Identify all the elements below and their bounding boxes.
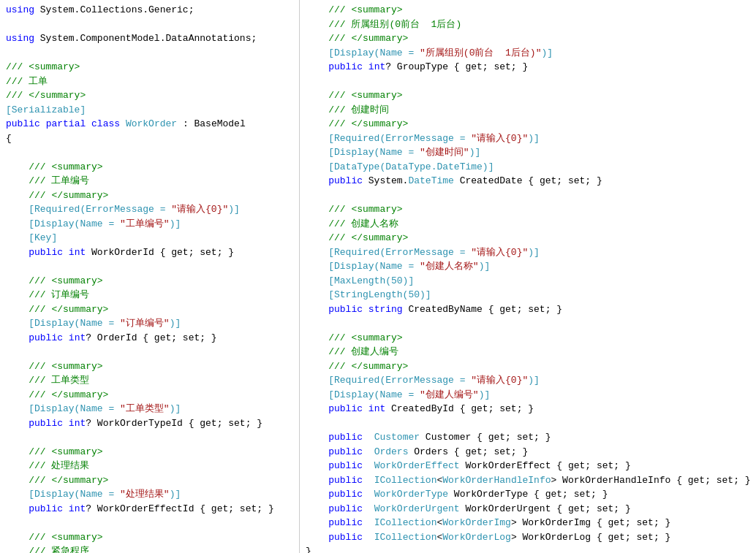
code-line: /// </summary>	[306, 231, 751, 245]
code-line: [Key]	[6, 231, 293, 245]
code-line: public string CreatedByName { get; set; …	[306, 302, 751, 317]
code-line: [Required(ErrorMessage = "请输入{0}")]	[6, 202, 293, 217]
code-line: /// <summary>	[306, 88, 751, 103]
code-line: [Display(Name = "工单类型")]	[6, 402, 293, 416]
code-line: [Display(Name = "创建时间")]	[306, 145, 751, 160]
code-line: [Required(ErrorMessage = "请输入{0}")]	[306, 373, 751, 388]
code-line: [Display(Name = "所属组别(0前台 1后台)")]	[306, 46, 751, 61]
code-line	[6, 430, 293, 445]
code-line: /// <summary>	[6, 160, 293, 175]
code-line: [Serializable]	[6, 103, 293, 118]
code-line: public int CreatedById { get; set; }	[306, 402, 751, 416]
code-line: [StringLength(50)]	[306, 288, 751, 302]
code-line	[306, 316, 751, 331]
code-line: /// 创建时间	[306, 103, 751, 118]
code-line: }	[306, 544, 751, 553]
code-line	[6, 516, 293, 530]
code-line: [Display(Name = "工单编号")]	[6, 217, 293, 232]
code-line: /// <summary>	[6, 60, 293, 75]
code-line	[6, 345, 293, 359]
code-line: using System.ComponentModel.DataAnnotati…	[6, 31, 293, 46]
code-line: /// <summary>	[6, 445, 293, 459]
code-line: /// 创建人编号	[306, 345, 751, 359]
code-column-left: using System.Collections.Generic;using S…	[0, 0, 300, 553]
code-line: /// 所属组别(0前台 1后台)	[306, 18, 751, 32]
code-line: [Display(Name = "订单编号")]	[6, 316, 293, 331]
code-line: public Orders Orders { get; set; }	[306, 445, 751, 459]
code-line: public int? WorkOrderTypeId { get; set; …	[6, 416, 293, 431]
code-line: public Customer Customer { get; set; }	[306, 430, 751, 445]
code-line: public partial class WorkOrder : BaseMod…	[6, 117, 293, 131]
code-line: /// 创建人名称	[306, 217, 751, 232]
code-line	[6, 259, 293, 274]
code-line: /// <summary>	[306, 202, 751, 217]
code-line: /// 工单编号	[6, 174, 293, 188]
code-line	[6, 145, 293, 160]
code-line: /// </summary>	[306, 359, 751, 374]
code-line: /// <summary>	[306, 331, 751, 346]
code-line: public int? WorkOrderEffectId { get; set…	[6, 502, 293, 516]
code-line: public System.DateTime CreatedDate { get…	[306, 174, 751, 188]
code-line: public WorkOrderEffect WorkOrderEffect {…	[306, 459, 751, 473]
code-line	[306, 188, 751, 203]
code-line: /// </summary>	[306, 31, 751, 46]
code-line: /// 紧急程序	[6, 544, 293, 553]
code-line: /// </summary>	[306, 117, 751, 131]
code-line: public ICollection<WorkOrderHandleInfo> …	[306, 473, 751, 488]
code-line: public int WorkOrderId { get; set; }	[6, 245, 293, 260]
code-line: /// </summary>	[6, 188, 293, 203]
code-line: [Display(Name = "处理结果")]	[6, 487, 293, 502]
code-line	[6, 46, 293, 61]
code-editor: using System.Collections.Generic;using S…	[0, 0, 756, 553]
code-line: /// <summary>	[6, 530, 293, 545]
code-line: /// 订单编号	[6, 288, 293, 302]
code-line: [Required(ErrorMessage = "请输入{0}")]	[306, 131, 751, 146]
code-line: /// </summary>	[6, 302, 293, 317]
code-column-right: /// <summary> /// 所属组别(0前台 1后台) /// </su…	[300, 0, 756, 553]
code-line	[306, 416, 751, 431]
code-line: {	[6, 131, 293, 146]
code-line: [Display(Name = "创建人名称")]	[306, 259, 751, 274]
code-line: public ICollection<WorkOrderLog> WorkOrd…	[306, 530, 751, 545]
code-line	[6, 18, 293, 32]
code-line: [DataType(DataType.DateTime)]	[306, 160, 751, 175]
code-line	[306, 75, 751, 89]
code-line: /// 工单	[6, 75, 293, 89]
code-line: [Display(Name = "创建人编号")]	[306, 388, 751, 403]
code-line: public WorkOrderUrgent WorkOrderUrgent {…	[306, 502, 751, 516]
code-line: public WorkOrderType WorkOrderType { get…	[306, 487, 751, 502]
code-line: /// <summary>	[6, 359, 293, 374]
code-line: /// </summary>	[6, 388, 293, 403]
code-line: /// </summary>	[6, 88, 293, 103]
code-line: public int? GroupType { get; set; }	[306, 60, 751, 75]
code-line: /// <summary>	[306, 3, 751, 18]
code-line: public int? OrderId { get; set; }	[6, 331, 293, 346]
code-line: /// <summary>	[6, 274, 293, 289]
code-line: [MaxLength(50)]	[306, 274, 751, 289]
code-line: public ICollection<WorkOrderImg> WorkOrd…	[306, 516, 751, 530]
code-line: [Required(ErrorMessage = "请输入{0}")]	[306, 245, 751, 260]
code-line: /// </summary>	[6, 473, 293, 488]
code-line: /// 处理结果	[6, 459, 293, 473]
code-line: using System.Collections.Generic;	[6, 3, 293, 18]
code-line: /// 工单类型	[6, 373, 293, 388]
